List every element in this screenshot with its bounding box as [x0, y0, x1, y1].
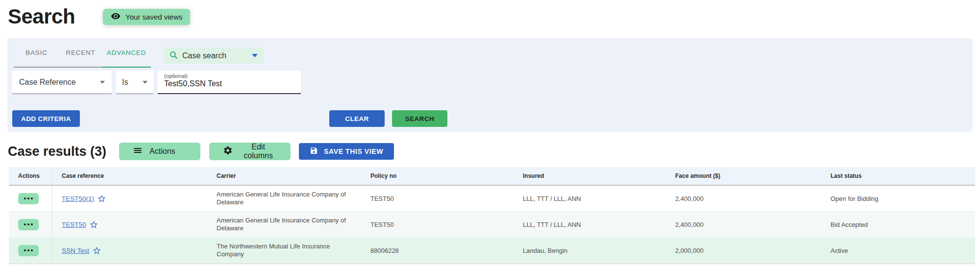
- column-header-case-reference: Case reference: [52, 167, 207, 185]
- criteria-field-value: Case Reference: [19, 78, 76, 87]
- policy-no-cell: 88006228: [361, 238, 514, 263]
- page-header: Search Your saved views: [0, 0, 980, 28]
- carrier-cell: American General Life Insurance Company …: [207, 186, 361, 211]
- tab-basic[interactable]: BASIC: [14, 38, 59, 68]
- column-header-face-amount: Face amount ($): [666, 167, 821, 185]
- row-actions-cell: [9, 186, 52, 211]
- last-status-cell: Open for Bidding: [821, 186, 975, 211]
- column-header-insured: Insured: [514, 167, 666, 185]
- criteria-row: Case Reference Is (optional): [12, 71, 301, 94]
- edit-columns-label: Edit columns: [240, 143, 277, 160]
- actions-menu-button[interactable]: Actions: [119, 143, 200, 160]
- add-criteria-button[interactable]: ADD CRITERIA: [12, 110, 80, 127]
- saved-views-label: Your saved views: [125, 13, 182, 21]
- save-this-view-label: SAVE THIS VIEW: [324, 147, 383, 155]
- search-icon: [169, 50, 178, 61]
- clear-button[interactable]: CLEAR: [329, 110, 385, 127]
- saved-views-button[interactable]: Your saved views: [103, 9, 190, 25]
- optional-hint: (optional): [164, 73, 294, 79]
- table-row: TEST50(1) American General Life Insuranc…: [9, 186, 975, 212]
- table-header-row: Actions Case reference Carrier Policy no…: [9, 167, 975, 186]
- criteria-operator-select[interactable]: Is: [116, 71, 153, 94]
- tab-recent[interactable]: RECENT: [59, 38, 102, 68]
- gear-icon: [223, 146, 233, 157]
- star-icon[interactable]: [89, 220, 98, 229]
- chevron-down-icon: [252, 54, 258, 57]
- column-header-policy-no: Policy no: [361, 167, 514, 185]
- results-table: Actions Case reference Carrier Policy no…: [9, 167, 975, 264]
- save-icon: [310, 147, 318, 156]
- insured-cell: LLL, TTT / LLL, ANN: [514, 186, 666, 211]
- criteria-field-select[interactable]: Case Reference: [12, 71, 112, 94]
- column-header-last-status: Last status: [821, 167, 975, 185]
- chevron-down-icon: [143, 81, 147, 84]
- star-icon[interactable]: [92, 245, 101, 255]
- policy-no-cell: TEST50: [361, 212, 514, 237]
- face-amount-cell: 2,400,000: [666, 212, 821, 237]
- star-icon[interactable]: [97, 194, 106, 203]
- case-reference-link[interactable]: TEST50: [62, 221, 86, 228]
- results-title: Case results (3): [8, 144, 106, 159]
- face-amount-cell: 2,400,000: [666, 186, 821, 211]
- chevron-down-icon: [100, 81, 105, 84]
- row-actions-cell: [9, 212, 52, 237]
- column-header-actions: Actions: [9, 167, 52, 185]
- last-status-cell: Bid Accepted: [821, 212, 975, 237]
- row-actions-button[interactable]: [18, 219, 39, 230]
- column-header-carrier: Carrier: [207, 167, 361, 185]
- carrier-cell: American General Life Insurance Company …: [207, 212, 361, 237]
- case-reference-link[interactable]: TEST50(1): [62, 195, 94, 202]
- tab-advanced[interactable]: ADVANCED: [102, 38, 151, 68]
- table-row: TEST50 American General Life Insurance C…: [9, 212, 975, 238]
- criteria-operator-value: Is: [122, 78, 128, 87]
- actions-label: Actions: [149, 147, 175, 156]
- insured-cell: Landau, Bengin: [514, 238, 666, 263]
- table-row: SSN Test The Northwestern Mutual Life In…: [9, 238, 975, 264]
- case-search-label: Case search: [182, 51, 226, 60]
- save-this-view-button[interactable]: SAVE THIS VIEW: [299, 143, 394, 160]
- case-reference-cell: SSN Test: [52, 238, 207, 263]
- criteria-value-box: (optional): [158, 71, 301, 94]
- edit-columns-button[interactable]: Edit columns: [209, 143, 291, 160]
- case-reference-cell: TEST50: [52, 212, 207, 237]
- results-header: Case results (3) Actions Edit columns SA…: [8, 142, 973, 161]
- row-actions-button[interactable]: [18, 193, 39, 204]
- case-search-dropdown[interactable]: Case search: [163, 48, 264, 64]
- face-amount-cell: 2,000,000: [666, 238, 821, 263]
- insured-cell: LLL, TTT / LLL, ANN: [514, 212, 666, 237]
- carrier-cell: The Northwestern Mutual Life Insurance C…: [207, 238, 361, 263]
- case-reference-cell: TEST50(1): [52, 186, 207, 211]
- search-button[interactable]: SEARCH: [392, 110, 447, 127]
- last-status-cell: Active: [821, 238, 975, 263]
- policy-no-cell: TEST50: [361, 186, 514, 211]
- search-tabs: BASIC RECENT ADVANCED: [14, 38, 151, 68]
- menu-icon: [133, 146, 143, 157]
- row-actions-button[interactable]: [18, 245, 39, 256]
- search-panel: BASIC RECENT ADVANCED Case search Case R…: [7, 38, 973, 132]
- criteria-value-input[interactable]: [164, 79, 294, 88]
- page-title: Search: [8, 5, 75, 28]
- case-reference-link[interactable]: SSN Test: [62, 247, 89, 254]
- row-actions-cell: [9, 238, 52, 263]
- eye-icon: [111, 11, 121, 23]
